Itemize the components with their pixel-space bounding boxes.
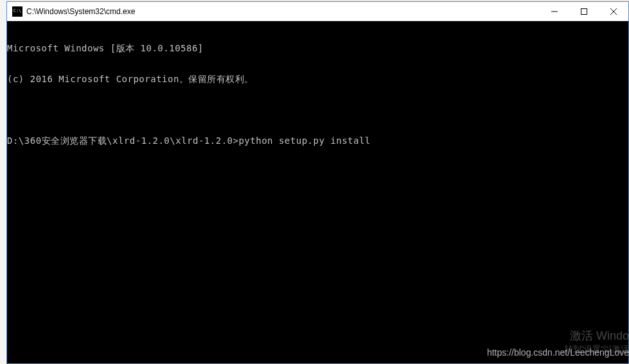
close-icon <box>610 8 617 15</box>
minimize-button[interactable] <box>540 2 569 21</box>
background-strip <box>0 0 6 364</box>
minimize-icon <box>551 8 558 15</box>
terminal-area[interactable]: Microsoft Windows [版本 10.0.10586] (c) 20… <box>7 21 628 363</box>
cmd-icon <box>12 6 22 17</box>
svg-rect-1 <box>581 8 587 14</box>
terminal-line: (c) 2016 Microsoft Corporation。保留所有权利。 <box>7 74 628 84</box>
window-controls <box>540 2 628 21</box>
cmd-window: C:\Windows\System32\cmd.exe Microsoft Wi… <box>6 1 629 364</box>
terminal-line: Microsoft Windows [版本 10.0.10586] <box>7 43 628 53</box>
window-title: C:\Windows\System32\cmd.exe <box>26 7 540 16</box>
maximize-button[interactable] <box>569 2 599 21</box>
maximize-icon <box>581 8 587 15</box>
terminal-line <box>7 105 628 115</box>
terminal-line: D:\360安全浏览器下载\xlrd-1.2.0\xlrd-1.2.0>pyth… <box>7 135 628 146</box>
titlebar[interactable]: C:\Windows\System32\cmd.exe <box>7 2 628 21</box>
close-button[interactable] <box>599 2 628 21</box>
